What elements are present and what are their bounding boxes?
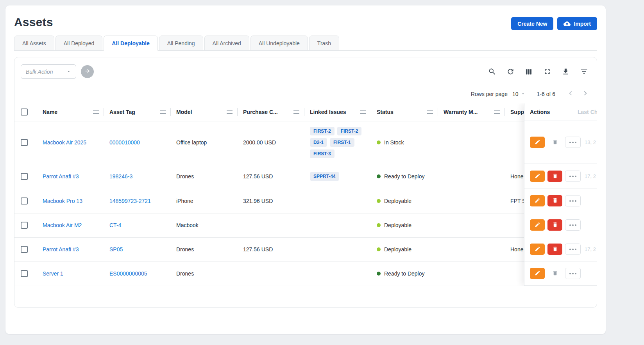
- columns-button[interactable]: [524, 68, 533, 76]
- issue-badge[interactable]: FIRST-2: [310, 127, 335, 135]
- edit-button[interactable]: [530, 268, 545, 279]
- issue-badge[interactable]: SPPRT-44: [310, 172, 339, 181]
- delete-button[interactable]: [547, 219, 562, 231]
- bulk-action-submit-button[interactable]: [81, 65, 94, 78]
- last-checkin-ghost-header: Last Che...: [578, 109, 597, 115]
- delete-button[interactable]: [547, 244, 562, 255]
- asset-tag-link[interactable]: ES0000000005: [109, 270, 147, 277]
- ellipsis-icon: [569, 224, 571, 226]
- column-separator: [170, 108, 171, 116]
- ellipsis-icon: [569, 200, 571, 202]
- pagination-range: 1-6 of 6: [537, 91, 555, 97]
- asset-tag-link[interactable]: 198246-3: [109, 173, 132, 180]
- asset-tag-link[interactable]: 148599723-2721: [109, 198, 151, 204]
- asset-tag-link[interactable]: 0000010000: [109, 139, 140, 146]
- column-header-status[interactable]: Status: [377, 103, 444, 121]
- tab-all-pending[interactable]: All Pending: [159, 36, 203, 51]
- last-checkin-ghost-value: 13, 2: [585, 139, 596, 145]
- actions-column-header: Actions Last Che...: [524, 103, 597, 121]
- ellipsis-icon: [569, 273, 571, 274]
- asset-name-link[interactable]: Server 1: [43, 270, 63, 277]
- asset-name-link[interactable]: Macbook Air 2025: [43, 139, 86, 146]
- status-cell: Deployable: [377, 246, 438, 253]
- asset-name-link[interactable]: Macbook Air M2: [43, 222, 82, 228]
- rows-per-page-select[interactable]: 10: [512, 91, 525, 97]
- more-actions-button[interactable]: [565, 195, 581, 206]
- row-checkbox[interactable]: [21, 246, 28, 253]
- more-actions-button[interactable]: [565, 137, 581, 148]
- row-checkbox[interactable]: [21, 139, 28, 146]
- import-button[interactable]: Import: [557, 17, 597, 30]
- search-button[interactable]: [488, 68, 496, 76]
- column-menu-icon[interactable]: [160, 110, 166, 114]
- tab-all-undeployable[interactable]: All Undeployable: [250, 36, 308, 51]
- row-actions: 17, 2: [524, 237, 597, 261]
- asset-name-link[interactable]: Parrot Anafi #3: [43, 173, 79, 180]
- tab-all-deployed[interactable]: All Deployed: [55, 36, 103, 51]
- more-actions-button[interactable]: [565, 268, 581, 279]
- row-checkbox[interactable]: [21, 222, 28, 229]
- edit-button[interactable]: [530, 244, 545, 255]
- delete-button[interactable]: [547, 195, 562, 206]
- edit-button[interactable]: [530, 137, 545, 148]
- issue-badge[interactable]: D2-1: [310, 138, 327, 147]
- column-header-linked-issues[interactable]: Linked Issues: [310, 103, 377, 121]
- column-header-model[interactable]: Model: [176, 103, 243, 121]
- refresh-icon: [506, 68, 515, 76]
- bulk-action-select[interactable]: Bulk Action: [21, 64, 76, 79]
- row-checkbox[interactable]: [21, 173, 28, 180]
- pagination-bar: Rows per page 10 1-6 of 6: [14, 89, 597, 99]
- asset-name-link[interactable]: Parrot Anafi #3: [43, 246, 79, 253]
- column-menu-icon[interactable]: [360, 110, 366, 114]
- edit-button[interactable]: [530, 219, 545, 231]
- pencil-icon: [535, 246, 540, 253]
- tab-all-deployable[interactable]: All Deployable: [104, 36, 157, 51]
- column-menu-icon[interactable]: [227, 110, 233, 114]
- refresh-button[interactable]: [506, 68, 515, 76]
- row-checkbox[interactable]: [21, 197, 28, 205]
- column-menu-icon[interactable]: [427, 110, 433, 114]
- download-button[interactable]: [561, 68, 570, 76]
- tab-all-archived[interactable]: All Archived: [204, 36, 249, 51]
- tabs: All Assets All Deployed All Deployable A…: [14, 36, 597, 51]
- asset-name-link[interactable]: Macbook Pro 13: [43, 198, 82, 204]
- column-header-name[interactable]: Name: [43, 103, 109, 121]
- create-new-button[interactable]: Create New: [511, 17, 553, 30]
- tab-trash[interactable]: Trash: [309, 36, 339, 51]
- delete-button[interactable]: [547, 171, 562, 182]
- column-menu-icon[interactable]: [494, 110, 500, 114]
- column-menu-icon[interactable]: [293, 110, 299, 114]
- table-row: Parrot Anafi #3 SP05 Drones 127.56 USD D…: [14, 237, 597, 261]
- tab-all-assets[interactable]: All Assets: [14, 36, 54, 51]
- status-cell: Ready to Deploy: [377, 173, 438, 180]
- column-header-purchase-cost[interactable]: Purchase C...: [243, 103, 310, 121]
- issue-badge[interactable]: FIRST-2: [337, 127, 362, 135]
- column-label: Linked Issues: [310, 109, 346, 115]
- column-menu-icon[interactable]: [93, 110, 99, 114]
- column-header-asset-tag[interactable]: Asset Tag: [109, 103, 176, 121]
- filter-button[interactable]: [580, 68, 588, 76]
- next-page-button[interactable]: [581, 89, 590, 99]
- more-actions-button[interactable]: [565, 219, 581, 231]
- asset-tag-link[interactable]: CT-4: [109, 222, 121, 228]
- toolbar-right: [488, 68, 590, 76]
- edit-button[interactable]: [530, 171, 545, 182]
- fullscreen-button[interactable]: [543, 68, 551, 76]
- table-row: Server 1 ES0000000005 Drones Ready to De…: [14, 261, 597, 286]
- column-separator: [438, 108, 438, 116]
- issue-badge[interactable]: FIRST-3: [310, 149, 335, 158]
- issue-badge[interactable]: FIRST-1: [330, 138, 354, 147]
- asset-tag-link[interactable]: SP05: [109, 246, 123, 253]
- more-actions-button[interactable]: [565, 171, 581, 182]
- column-header-warranty[interactable]: Warranty M...: [444, 103, 510, 121]
- edit-button[interactable]: [530, 195, 545, 206]
- ellipsis-icon: [569, 176, 571, 177]
- select-all-checkbox[interactable]: [21, 108, 28, 116]
- row-checkbox[interactable]: [21, 270, 28, 277]
- model-cell: iPhone: [176, 198, 193, 204]
- trash-icon: [552, 270, 558, 277]
- previous-page-button[interactable]: [566, 89, 575, 99]
- columns-icon: [525, 68, 533, 76]
- more-actions-button[interactable]: [565, 244, 581, 255]
- chevron-left-icon: [566, 89, 575, 99]
